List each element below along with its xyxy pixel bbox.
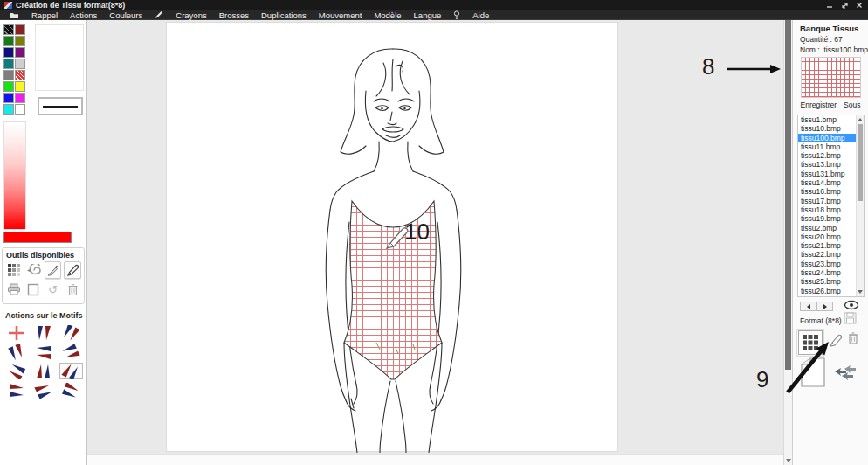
- menu-item-brosses[interactable]: Brosses: [213, 10, 255, 20]
- menu-item-mouvement[interactable]: Mouvement: [313, 10, 369, 20]
- menu-item-langue[interactable]: Langue: [408, 10, 448, 20]
- color-swatch-6[interactable]: [3, 59, 14, 69]
- color-swatch-9[interactable]: [15, 70, 25, 80]
- motif-cross[interactable]: [4, 324, 28, 341]
- file-list-item[interactable]: tissu26.bmp: [798, 287, 864, 295]
- save-as-button[interactable]: Sous: [844, 101, 860, 109]
- swirl-tool-button[interactable]: [24, 261, 41, 279]
- file-list-item[interactable]: tissu261.bmp: [798, 295, 864, 297]
- motif-thumbnail-8[interactable]: [59, 363, 83, 379]
- file-list-item[interactable]: tissu100.bmp: [798, 134, 864, 142]
- pencil-tool-button[interactable]: [64, 261, 81, 279]
- file-list-item[interactable]: tissu23.bmp: [798, 260, 864, 268]
- tissue-bank-panel: Banque Tissus Quantité : 67 Nom : tissu1…: [792, 20, 868, 465]
- color-gradient-strip[interactable]: [3, 121, 26, 230]
- file-list-item[interactable]: tissu11.bmp: [798, 142, 864, 151]
- file-list-item[interactable]: tissu25.bmp: [798, 277, 864, 286]
- motif-thumbnail-6[interactable]: [4, 363, 28, 379]
- folder-icon[interactable]: [3, 11, 25, 19]
- current-color-swatch[interactable]: [3, 232, 72, 243]
- delete-tissue-trash-icon[interactable]: [847, 331, 859, 347]
- menu-item-actions[interactable]: Actions: [64, 10, 103, 20]
- file-list-item[interactable]: tissu12.bmp: [798, 151, 864, 160]
- file-list-item[interactable]: tissu18.bmp: [798, 205, 864, 214]
- save-button[interactable]: Enregistrer: [801, 101, 837, 109]
- color-swatch-1[interactable]: [15, 24, 25, 35]
- window-title: Création de Tissu format(8*8): [16, 0, 825, 10]
- motif-thumbnail-7[interactable]: [31, 363, 55, 379]
- color-swatch-2[interactable]: [3, 36, 14, 46]
- file-list-item[interactable]: tissu14.bmp: [798, 178, 864, 187]
- motif-thumbnail-5[interactable]: [59, 344, 83, 360]
- color-swatch-7[interactable]: [15, 59, 25, 69]
- undo-tool-button[interactable]: ↺: [45, 281, 62, 298]
- file-list-item[interactable]: tissu131.bmp: [798, 170, 864, 178]
- motif-thumbnail-4[interactable]: [31, 344, 55, 360]
- canvas-page[interactable]: 10: [166, 22, 618, 452]
- save-disk-icon[interactable]: [844, 312, 857, 326]
- tissue-file-list[interactable]: tissu1.bmptissu10.bmptissu100.bmptissu11…: [797, 115, 865, 297]
- file-list-item[interactable]: tissu2.bmp: [798, 224, 864, 232]
- file-list-item[interactable]: tissu10.bmp: [798, 124, 864, 133]
- list-scroll-up-icon[interactable]: [858, 118, 863, 121]
- color-swatch-3[interactable]: [15, 36, 25, 46]
- frame-tool-button[interactable]: [25, 281, 43, 298]
- grid-mode-button[interactable]: [798, 330, 823, 355]
- file-list-item[interactable]: tissu19.bmp: [798, 214, 864, 223]
- motif-thumbnail-3[interactable]: [4, 344, 28, 360]
- delete-tool-button[interactable]: [65, 281, 82, 298]
- motif-thumbnail-10[interactable]: [31, 382, 55, 399]
- previous-tissue-button[interactable]: [800, 302, 816, 311]
- list-scrollbar-thumb[interactable]: [858, 124, 863, 201]
- close-icon[interactable]: [855, 2, 864, 10]
- color-swatch-15[interactable]: [15, 104, 25, 115]
- color-swatch-11[interactable]: [15, 81, 25, 92]
- brush-tool-button[interactable]: [45, 261, 62, 279]
- file-list-item[interactable]: tissu22.bmp: [798, 250, 864, 259]
- horizontal-scrollbar[interactable]: [87, 454, 783, 465]
- file-list-item[interactable]: tissu24.bmp: [798, 268, 864, 277]
- menu-item-aide[interactable]: Aide: [466, 10, 495, 20]
- pattern-grid-tool-button[interactable]: [5, 261, 22, 279]
- color-swatch-0[interactable]: [3, 24, 14, 35]
- pen-icon[interactable]: [148, 10, 169, 19]
- motif-thumbnail-9[interactable]: [4, 382, 28, 399]
- lamp-icon[interactable]: [447, 10, 466, 19]
- motif-thumbnail-11[interactable]: [59, 382, 83, 399]
- eye-icon[interactable]: [844, 300, 859, 312]
- color-swatch-4[interactable]: [3, 47, 14, 58]
- file-list-item[interactable]: tissu13.bmp: [798, 160, 864, 169]
- color-swatch-5[interactable]: [15, 47, 25, 58]
- menu-item-crayons[interactable]: Crayons: [169, 10, 212, 20]
- file-list-item[interactable]: tissu17.bmp: [798, 197, 864, 205]
- new-page-icon[interactable]: [800, 357, 826, 389]
- tissue-pattern-preview[interactable]: [801, 57, 861, 98]
- color-swatch-8[interactable]: [3, 70, 14, 80]
- list-scrollbar[interactable]: [856, 115, 864, 296]
- draw-tissue-pencil-icon[interactable]: [829, 334, 843, 350]
- list-scroll-down-icon[interactable]: [858, 290, 863, 294]
- next-tissue-button[interactable]: [816, 302, 833, 311]
- color-swatch-13[interactable]: [15, 93, 25, 103]
- maximize-icon[interactable]: [840, 2, 849, 10]
- file-list-item[interactable]: tissu21.bmp: [798, 241, 864, 250]
- motif-thumbnail-2[interactable]: [59, 324, 83, 341]
- color-swatch-14[interactable]: [3, 104, 14, 115]
- apply-motifs-icon[interactable]: [834, 365, 858, 382]
- line-width-preview[interactable]: [38, 97, 83, 115]
- menu-item-modèle[interactable]: Modèle: [368, 10, 407, 20]
- motif-thumbnail-1[interactable]: [31, 324, 55, 341]
- scroll-down-icon[interactable]: [786, 459, 791, 462]
- file-list-item[interactable]: tissu1.bmp: [798, 115, 864, 124]
- minimize-icon[interactable]: [825, 2, 834, 10]
- color-swatch-12[interactable]: [3, 93, 14, 103]
- file-list-item[interactable]: tissu20.bmp: [798, 232, 864, 241]
- vertical-scrollbar-thumb[interactable]: [785, 20, 791, 370]
- file-list-item[interactable]: tissu16.bmp: [798, 187, 864, 196]
- vertical-scrollbar[interactable]: [783, 20, 792, 465]
- menu-item-rappel[interactable]: Rappel: [25, 10, 64, 20]
- print-tool-button[interactable]: [5, 281, 23, 298]
- menu-item-couleurs[interactable]: Couleurs: [103, 10, 148, 20]
- menu-item-duplications[interactable]: Duplications: [255, 10, 313, 20]
- color-swatch-10[interactable]: [3, 81, 14, 92]
